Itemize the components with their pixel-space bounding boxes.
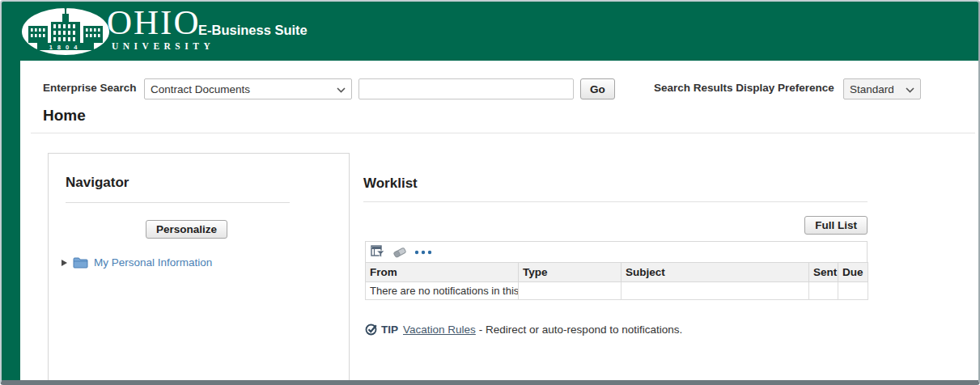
university-sub: UNIVERSITY bbox=[112, 41, 214, 51]
personalize-button[interactable]: Personalize bbox=[146, 220, 227, 239]
more-actions-icon[interactable] bbox=[414, 250, 432, 255]
worklist-title: Worklist bbox=[363, 176, 418, 192]
university-name: OHIO bbox=[107, 5, 200, 40]
ebs-home-window: 1804 OHIO UNIVERSITY E-Business Suite En… bbox=[0, 0, 980, 385]
tree-item-my-personal-information[interactable]: My Personal Information bbox=[62, 256, 212, 269]
page-title: Home bbox=[43, 107, 86, 125]
empty-cell bbox=[622, 282, 809, 300]
worklist-empty-row: There are no notifications in this view. bbox=[366, 282, 868, 300]
col-header-type: Type bbox=[519, 263, 622, 282]
empty-cell bbox=[838, 282, 868, 300]
display-preference-select[interactable]: Standard bbox=[843, 78, 921, 99]
vacation-rules-link[interactable]: Vacation Rules bbox=[403, 324, 476, 336]
col-header-sent: Sent bbox=[809, 263, 838, 282]
col-header-from: From bbox=[366, 263, 519, 282]
empty-cell bbox=[519, 282, 622, 300]
enterprise-search-label: Enterprise Search bbox=[43, 82, 137, 94]
navigator-title: Navigator bbox=[66, 175, 129, 191]
filter-table-icon[interactable] bbox=[371, 245, 385, 259]
empty-cell bbox=[809, 282, 838, 300]
go-button[interactable]: Go bbox=[580, 78, 615, 99]
logo-year: 1804 bbox=[49, 44, 83, 51]
navigator-panel: Navigator Personalize My Personal Inform… bbox=[48, 153, 350, 382]
col-header-subject: Subject bbox=[622, 263, 809, 282]
empty-message: There are no notifications in this view. bbox=[366, 282, 519, 300]
search-input[interactable] bbox=[358, 78, 574, 99]
display-preference-value: Standard bbox=[850, 83, 894, 95]
worklist-table: From Type Subject Sent Due There are no … bbox=[365, 262, 868, 300]
tip-check-icon bbox=[365, 323, 378, 336]
chevron-down-icon bbox=[906, 83, 914, 95]
chevron-down-icon bbox=[337, 83, 346, 95]
tip-row: TIP Vacation Rules - Redirect or auto-re… bbox=[365, 323, 682, 336]
left-brand-strip bbox=[2, 61, 20, 380]
folder-icon bbox=[73, 256, 88, 269]
display-preference-label: Search Results Display Preference bbox=[654, 82, 834, 94]
worklist-header-row: From Type Subject Sent Due bbox=[366, 263, 868, 282]
tree-item-label[interactable]: My Personal Information bbox=[94, 256, 212, 269]
page-title-divider bbox=[31, 133, 975, 133]
eraser-icon[interactable] bbox=[392, 247, 407, 258]
tip-label: TIP bbox=[381, 324, 398, 336]
worklist-toolbar bbox=[365, 241, 868, 262]
navigator-divider bbox=[66, 202, 290, 203]
brand-header: 1804 OHIO UNIVERSITY E-Business Suite bbox=[2, 2, 978, 61]
suite-name: E-Business Suite bbox=[198, 23, 308, 38]
expand-triangle-icon[interactable] bbox=[62, 260, 67, 266]
tip-text: - Redirect or auto-respond to notificati… bbox=[479, 324, 682, 336]
university-seal-logo: 1804 bbox=[21, 7, 110, 56]
search-category-value: Contract Documents bbox=[151, 83, 250, 95]
col-header-due: Due bbox=[838, 263, 868, 282]
search-category-select[interactable]: Contract Documents bbox=[144, 78, 352, 99]
worklist-divider bbox=[363, 201, 868, 202]
full-list-button[interactable]: Full List bbox=[804, 216, 868, 235]
